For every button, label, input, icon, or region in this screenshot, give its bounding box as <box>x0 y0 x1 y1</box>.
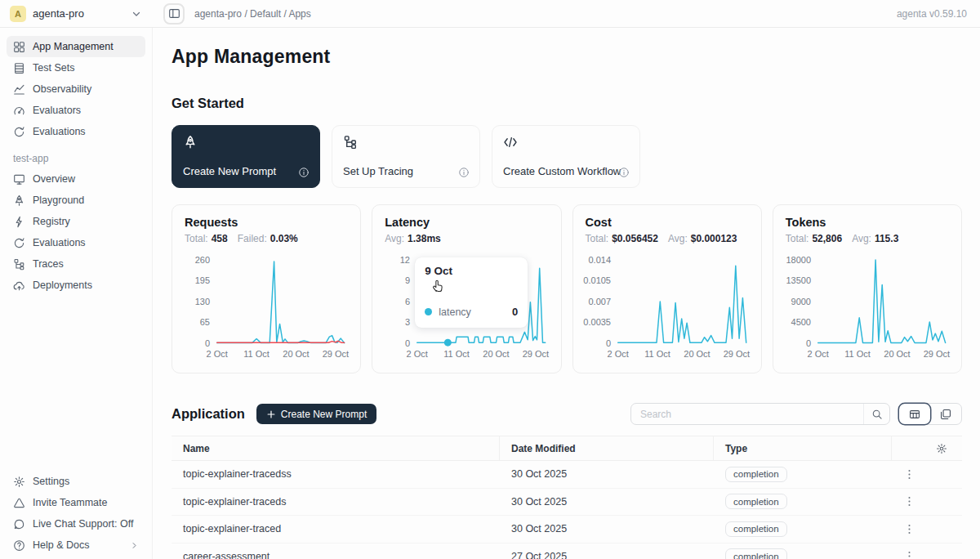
sidebar-item-invite-teammate[interactable]: Invite Teammate <box>7 492 145 513</box>
y-tick-label: 13500 <box>786 275 811 285</box>
chat-icon <box>13 518 25 530</box>
cell-actions <box>892 468 927 481</box>
chart-stats: Total:458Failed:0.03% <box>185 233 348 244</box>
chart-stat-label: Avg: <box>385 233 404 244</box>
breadcrumb: agenta-pro / Default / Apps <box>194 8 311 20</box>
cost-chart[interactable]: 00.00350.0070.01050.0142 Oct11 Oct20 Oct… <box>578 253 756 368</box>
chevron-right-icon <box>130 541 139 550</box>
observability-icon <box>13 83 25 96</box>
x-tick-label: 2 Oct <box>207 349 228 359</box>
chart-stats: Total:$0.056452Avg:$0.000123 <box>586 233 749 244</box>
workspace-selector[interactable]: A agenta-pro <box>0 0 152 27</box>
y-tick-label: 260 <box>195 255 210 265</box>
search-input[interactable] <box>631 409 863 420</box>
hovered-point-marker <box>444 339 452 347</box>
search-button[interactable] <box>863 404 889 424</box>
sidebar-item-test-sets[interactable]: Test Sets <box>7 57 145 78</box>
sidebar-item-settings[interactable]: Settings <box>7 471 145 492</box>
table-row[interactable]: topic-explainer-traceds30 Oct 2025comple… <box>172 489 962 517</box>
help-icon <box>13 539 25 552</box>
y-tick-label: 6 <box>405 297 410 306</box>
main-content: App Management Get Started Create New Pr… <box>154 28 980 559</box>
column-header-actions <box>892 436 962 460</box>
set-up-tracing-card[interactable]: Set Up Tracing <box>332 125 480 188</box>
cell-actions <box>892 495 927 508</box>
cost-series-line <box>617 266 746 342</box>
create-new-prompt-button[interactable]: Create New Prompt <box>256 404 376 424</box>
info-icon[interactable] <box>298 167 310 178</box>
y-tick-label: 9 <box>405 275 410 285</box>
y-tick-label: 0 <box>605 338 610 348</box>
column-header-name[interactable]: Name <box>172 436 500 460</box>
y-tick-label: 195 <box>195 275 210 285</box>
traces-icon <box>343 135 358 150</box>
table-row[interactable]: career-assessment27 Oct 2025completion <box>172 543 962 559</box>
create-custom-workflow-card[interactable]: Create Custom Workflow <box>492 125 640 188</box>
column-header-date-modified[interactable]: Date Modified <box>500 436 714 460</box>
sidebar-item-evaluations[interactable]: Evaluations <box>7 121 145 142</box>
chart-stat-label: Total: <box>586 233 609 244</box>
sidebar-item-registry[interactable]: Registry <box>7 211 145 232</box>
x-tick-label: 20 Oct <box>483 349 510 359</box>
cell-actions <box>892 550 927 559</box>
get-started-cards: Create New PromptSet Up TracingCreate Cu… <box>172 125 962 188</box>
deployments-icon <box>13 280 25 292</box>
sidebar-item-app-management[interactable]: App Management <box>7 36 145 57</box>
sidebar-item-traces[interactable]: Traces <box>7 253 145 275</box>
y-tick-label: 0.0035 <box>583 317 611 327</box>
tokens-chart[interactable]: 04500900013500180002 Oct11 Oct20 Oct29 O… <box>778 253 956 368</box>
x-tick-label: 29 Oct <box>523 349 549 359</box>
x-tick-label: 20 Oct <box>684 349 710 359</box>
table-row[interactable]: topic-explainer-tracedss30 Oct 2025compl… <box>172 461 962 489</box>
cost-chart-card: CostTotal:$0.056452Avg:$0.00012300.00350… <box>572 204 762 373</box>
sidebar-item-label: Evaluations <box>33 237 86 248</box>
sidebar-item-live-chat-support-off[interactable]: Live Chat Support: Off <box>7 513 145 534</box>
topbar: A agenta-pro agenta-pro / Default / Apps… <box>0 0 980 28</box>
table-view-icon <box>909 409 920 420</box>
chart-stat: Total:458 <box>185 233 228 244</box>
sidebar-toggle-button[interactable] <box>163 3 185 25</box>
row-menu-button[interactable] <box>903 468 915 481</box>
card-view-button[interactable] <box>930 404 961 424</box>
x-tick-label: 2 Oct <box>407 349 428 359</box>
test-sets-icon <box>13 62 25 74</box>
create-new-prompt-label: Create New Prompt <box>281 409 367 420</box>
requests-chart[interactable]: 0651301952602 Oct11 Oct20 Oct29 Oct <box>177 253 355 368</box>
traces-icon <box>13 258 25 271</box>
sidebar-item-label: App Management <box>33 41 114 52</box>
sidebar-item-evaluations[interactable]: Evaluations <box>7 232 145 253</box>
y-tick-label: 9000 <box>791 297 810 306</box>
gear-icon <box>936 443 947 454</box>
table-view-button[interactable] <box>899 404 930 424</box>
sidebar-item-playground[interactable]: Playground <box>7 190 145 211</box>
info-icon[interactable] <box>618 167 630 178</box>
row-menu-button[interactable] <box>903 550 915 559</box>
chevron-down-icon <box>131 8 142 20</box>
table-row[interactable]: topic-explainer-traced30 Oct 2025complet… <box>172 516 962 543</box>
get-started-title: Get Started <box>172 96 962 111</box>
evaluations-icon <box>13 237 25 249</box>
requests-chart-card: RequestsTotal:458Failed:0.03%06513019526… <box>172 204 361 373</box>
sidebar-item-label: Registry <box>33 216 70 227</box>
application-header: Application Create New Prompt <box>172 403 962 425</box>
sidebar-item-deployments[interactable]: Deployments <box>7 275 145 296</box>
info-icon[interactable] <box>458 167 470 178</box>
row-menu-button[interactable] <box>903 495 915 508</box>
x-tick-label: 20 Oct <box>884 349 910 359</box>
sidebar-item-help-docs[interactable]: Help & Docs <box>7 534 145 556</box>
column-header-type[interactable]: Type <box>714 436 892 460</box>
sidebar-item-evaluators[interactable]: Evaluators <box>7 100 145 121</box>
sidebar-item-overview[interactable]: Overview <box>7 168 145 190</box>
chart-stat: Total:52,806 <box>786 233 842 244</box>
cell-date-modified: 30 Oct 2025 <box>500 496 714 508</box>
rocket-icon <box>183 135 198 150</box>
cell-name: career-assessment <box>172 551 500 559</box>
create-new-prompt-card[interactable]: Create New Prompt <box>172 125 320 188</box>
sidebar-item-observability[interactable]: Observability <box>7 78 145 100</box>
x-tick-label: 29 Oct <box>923 349 949 359</box>
series-color-dot <box>425 308 432 315</box>
row-menu-button[interactable] <box>903 523 915 535</box>
chart-title: Latency <box>385 216 548 229</box>
chart-stat: Avg:1.38ms <box>385 233 441 244</box>
table-settings-button[interactable] <box>936 443 947 454</box>
